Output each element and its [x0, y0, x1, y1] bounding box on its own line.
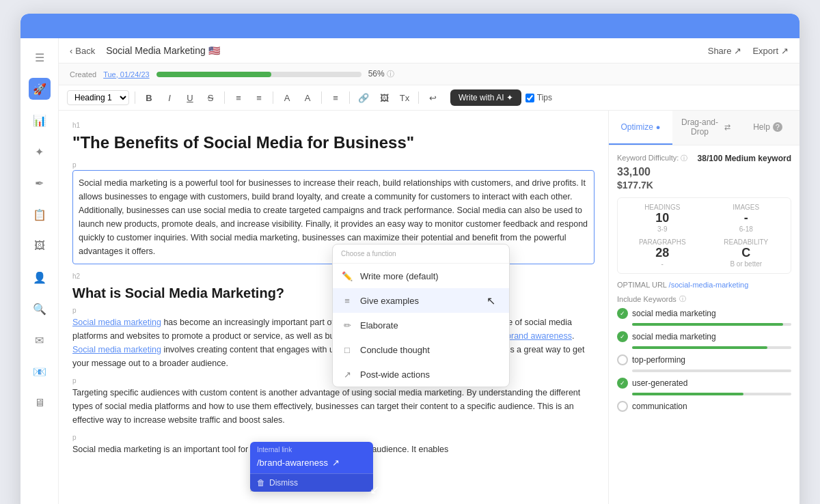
undo-button[interactable]: ↩: [424, 89, 441, 106]
kw-check-1: ✓: [617, 308, 628, 319]
sidebar-rocket-icon[interactable]: 🚀: [29, 78, 51, 100]
text-highlight-button[interactable]: A: [299, 89, 316, 106]
export-button[interactable]: Export ↗: [752, 46, 789, 56]
keywords-section: Include Keywords ⓘ ✓ social media market…: [617, 294, 791, 412]
sidebar-image-icon[interactable]: 🖼: [29, 235, 51, 257]
ai-dropdown-header: Choose a function: [333, 244, 509, 264]
volume-value: 33,100: [617, 166, 651, 178]
kw-bar-track-3: [632, 369, 791, 372]
progress-fill: [156, 72, 271, 77]
editor-right-panel: h1 "The Benefits of Social Media for Bus…: [59, 111, 800, 504]
sidebar: ☰ 🚀 📊 ✦ ✒ 📋 🖼 👤 🔍 ✉ 📧 🖥: [20, 38, 59, 504]
link-social-media-marketing-2[interactable]: Social media marketing: [72, 345, 161, 354]
top-bar: [20, 14, 800, 38]
link-social-media-marketing[interactable]: Social media marketing: [72, 318, 161, 327]
ai-menu-give-examples[interactable]: ≡ Give examples ↖: [333, 288, 509, 313]
share-button[interactable]: Share ↗: [708, 46, 742, 56]
kw-item-1: ✓ social media marketing: [617, 308, 791, 319]
write-more-icon: ✏️: [341, 270, 353, 282]
back-label: Back: [75, 46, 95, 56]
tips-checkbox-row: Tips: [525, 93, 552, 102]
optimize-icon: ●: [656, 123, 661, 131]
sidebar-list-icon[interactable]: 📋: [29, 204, 51, 225]
sidebar-monitor-icon[interactable]: 🖥: [29, 392, 51, 414]
strikethrough-button[interactable]: S: [202, 89, 219, 106]
sidebar-edit-icon[interactable]: ✒: [29, 172, 51, 194]
ai-menu-post-wide[interactable]: ↗ Post-wide actions: [333, 362, 509, 387]
panel-body: Keyword Difficulty: ⓘ 38/100 Medium keyw…: [609, 145, 800, 504]
clear-format-button[interactable]: Tx: [396, 89, 413, 106]
created-date: Tue, 01/24/23: [103, 70, 149, 79]
sidebar-search-icon[interactable]: 🔍: [29, 298, 51, 320]
unordered-list-button[interactable]: ≡: [251, 89, 267, 106]
tab-drag-drop[interactable]: Drag-and-Drop ⇄: [672, 111, 736, 145]
kw-label-5: communication: [632, 402, 791, 411]
il-dismiss-button[interactable]: 🗑 Dismiss: [250, 473, 373, 492]
il-header: Internal link: [250, 442, 373, 455]
toolbar-divider-5: [349, 92, 350, 104]
progress-track: [156, 72, 361, 77]
kw-item-3: top-performing: [617, 354, 791, 365]
content-area: ‹ Back Social Media Marketing 🇺🇸 Share ↗…: [59, 38, 800, 504]
kd-info-icon: ⓘ: [681, 154, 687, 162]
h1-title: "The Benefits of Social Media for Busine…: [72, 132, 594, 153]
write-ai-button[interactable]: Write with AI ✦: [450, 89, 521, 106]
sidebar-menu-icon[interactable]: ☰: [29, 46, 51, 68]
kw-item-5: communication: [617, 401, 791, 412]
tips-checkbox[interactable]: [525, 94, 534, 102]
toolbar-divider-2: [224, 92, 225, 104]
link-button[interactable]: 🔗: [355, 89, 372, 106]
link-brand-awareness[interactable]: brand awareness: [506, 331, 572, 341]
italic-button[interactable]: I: [161, 89, 178, 106]
stats-grid: HEADINGS 10 3-9 IMAGES - 6-18 PARAGRAPHS: [617, 197, 791, 274]
ai-menu-conclude[interactable]: □ Conclude thought: [333, 337, 509, 362]
progress-bar-row: Created Tue, 01/24/23 56% ⓘ: [59, 64, 800, 85]
elaborate-icon: ✏: [341, 319, 353, 331]
heading-select[interactable]: Heading 1 Heading 2 Paragraph: [67, 90, 129, 105]
editor-main[interactable]: h1 "The Benefits of Social Media for Bus…: [59, 111, 608, 504]
text-color-button[interactable]: A: [279, 89, 295, 106]
ai-dropdown: Choose a function ✏️ Write more (default…: [332, 244, 510, 387]
top-nav-right: Share ↗ Export ↗: [708, 46, 789, 56]
keyword-difficulty-row: Keyword Difficulty: ⓘ 38/100 Medium keyw…: [617, 154, 791, 163]
image-button[interactable]: 🖼: [376, 89, 392, 106]
kw-check-4: ✓: [617, 378, 628, 389]
back-chevron-icon: ‹: [70, 46, 72, 56]
conclude-icon: □: [341, 344, 353, 356]
help-icon: ?: [773, 122, 782, 132]
tab-optimize[interactable]: Optimize ●: [609, 111, 672, 145]
sidebar-mail-icon[interactable]: ✉: [29, 329, 51, 351]
optimal-url-row: OPTIMAL URL /social-media-marketing: [617, 281, 791, 289]
bold-button[interactable]: B: [141, 89, 157, 106]
drag-drop-tab-label: Drag-and-Drop: [678, 117, 722, 137]
kw-item-4: ✓ user-generated: [617, 378, 791, 389]
stat-headings: HEADINGS 10 3-9: [623, 204, 702, 233]
cpc-value: $177.7K: [617, 180, 653, 191]
sidebar-user-icon[interactable]: 👤: [29, 266, 51, 288]
align-button[interactable]: ≡: [327, 89, 344, 106]
progress-percent: 56% ⓘ: [368, 69, 394, 79]
editor-paragraph-3[interactable]: Targeting specific audiences with custom…: [72, 386, 594, 427]
sidebar-star-icon[interactable]: ✦: [29, 141, 51, 163]
kw-bar-fill-4: [632, 393, 743, 395]
ordered-list-button[interactable]: ≡: [230, 89, 247, 106]
kw-label-3: top-performing: [632, 355, 791, 365]
created-label: Created: [70, 70, 96, 79]
optimize-tab-label: Optimize: [621, 122, 653, 132]
drag-drop-icon: ⇄: [724, 123, 730, 132]
tab-help[interactable]: Help ?: [736, 111, 800, 145]
ai-menu-elaborate[interactable]: ✏ Elaborate: [333, 313, 509, 337]
stat-readability: READABILITY C B or better: [707, 238, 786, 268]
sidebar-chart-icon[interactable]: 📊: [29, 109, 51, 131]
underline-button[interactable]: U: [182, 89, 198, 106]
il-link-path: /brand-awareness: [257, 458, 328, 468]
p-label-1: p: [72, 161, 594, 169]
cursor-pointer-icon: ↖: [487, 294, 495, 307]
info-icon: ⓘ: [387, 70, 394, 78]
il-link-row[interactable]: /brand-awareness ↗ ↙: [250, 455, 373, 473]
ai-menu-write-more[interactable]: ✏️ Write more (default): [333, 264, 509, 288]
dismiss-trash-icon: 🗑: [257, 478, 265, 488]
back-button[interactable]: ‹ Back: [70, 46, 95, 56]
sidebar-email-icon[interactable]: 📧: [29, 361, 51, 382]
il-external-icon: ↗: [332, 458, 340, 468]
